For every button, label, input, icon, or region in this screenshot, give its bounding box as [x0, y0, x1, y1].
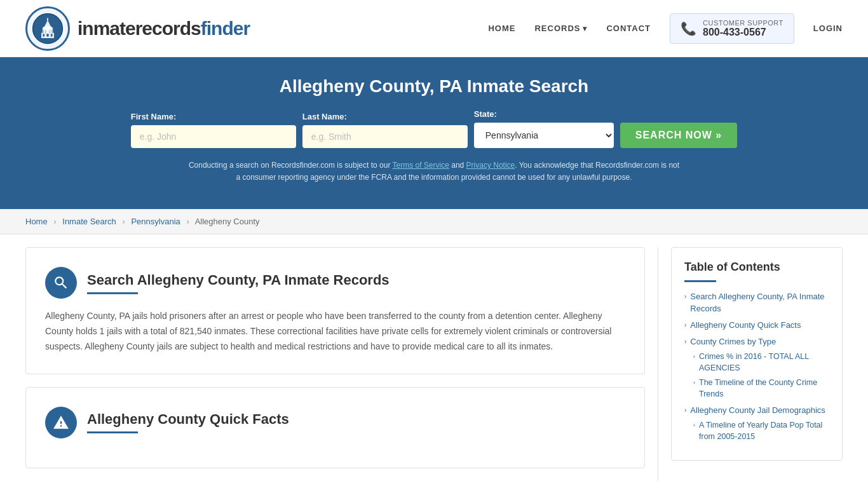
breadcrumb-inmate-search[interactable]: Inmate Search — [62, 217, 116, 226]
breadcrumb-state[interactable]: Pennsylvania — [131, 217, 180, 226]
logo-area[interactable]: inmaterecordsfinder — [25, 6, 250, 51]
toc-link-2[interactable]: › Allegheny County Quick Facts — [684, 320, 829, 331]
toc-subitem-3-1: › Crimes % in 2016 - TOTAL ALL AGENCIES — [693, 351, 829, 374]
chevron-right-icon-6: › — [684, 406, 686, 415]
search-icon-circle — [45, 267, 77, 299]
page-title: Allegheny County, PA Inmate Search — [25, 76, 843, 97]
toc-sublist-3: › Crimes % in 2016 - TOTAL ALL AGENCIES … — [693, 351, 829, 400]
section-quick-facts: Allegheny County Quick Facts — [25, 387, 645, 468]
breadcrumb-sep-2: › — [122, 217, 125, 226]
state-label: State: — [474, 109, 614, 119]
svg-rect-7 — [46, 34, 48, 36]
last-name-group: Last Name: — [302, 112, 468, 148]
sidebar-toc: Table of Contents › Search Allegheny Cou… — [658, 247, 843, 480]
svg-rect-10 — [45, 29, 46, 34]
svg-rect-11 — [50, 29, 51, 34]
warning-icon-circle — [45, 407, 77, 438]
toc-sublink-3-1[interactable]: › Crimes % in 2016 - TOTAL ALL AGENCIES — [693, 351, 829, 374]
chevron-right-icon: › — [684, 292, 686, 301]
chevron-right-icon-5: › — [693, 379, 695, 387]
breadcrumb-sep-1: › — [53, 217, 56, 226]
phone-icon: 📞 — [681, 21, 696, 36]
toc-item-3: › County Crimes by Type › Crimes % in 20… — [684, 336, 829, 400]
chevron-right-icon-4: › — [693, 353, 695, 361]
toc-sublink-4-1[interactable]: › A Timeline of Yearly Data Pop Total fr… — [693, 420, 829, 442]
toc-sublist-4: › A Timeline of Yearly Data Pop Total fr… — [693, 420, 829, 442]
main-content: Search Allegheny County, PA Inmate Recor… — [0, 234, 868, 488]
toc-item-2: › Allegheny County Quick Facts — [684, 320, 829, 331]
toc-subitem-4-1: › A Timeline of Yearly Data Pop Total fr… — [693, 420, 829, 442]
breadcrumb: Home › Inmate Search › Pennsylvania › Al… — [0, 209, 868, 234]
state-group: State: Pennsylvania — [474, 109, 614, 148]
section1-title-block: Search Allegheny County, PA Inmate Recor… — [87, 272, 390, 294]
toc-item-1: › Search Allegheny County, PA Inmate Rec… — [684, 291, 829, 314]
svg-rect-9 — [43, 29, 44, 34]
disclaimer-text: Conducting a search on Recordsfinder.com… — [186, 159, 682, 184]
nav-records[interactable]: RECORDS — [534, 24, 587, 33]
chevron-right-icon-3: › — [684, 337, 686, 346]
toc-link-3[interactable]: › County Crimes by Type — [684, 336, 829, 348]
tos-link[interactable]: Terms of Service — [393, 161, 449, 170]
svg-rect-12 — [52, 29, 53, 34]
support-info: CUSTOMER SUPPORT 800-433-0567 — [703, 19, 783, 38]
toc-subitem-3-2: › The Timeline of the County Crime Trend… — [693, 377, 829, 400]
nav-home[interactable]: HOME — [488, 24, 515, 33]
toc-link-1[interactable]: › Search Allegheny County, PA Inmate Rec… — [684, 291, 829, 314]
main-nav: HOME RECORDS CONTACT 📞 CUSTOMER SUPPORT … — [488, 13, 843, 44]
privacy-link[interactable]: Privacy Notice — [466, 161, 515, 170]
last-name-label: Last Name: — [302, 112, 468, 121]
toc-card: Table of Contents › Search Allegheny Cou… — [671, 247, 843, 461]
first-name-input[interactable] — [131, 125, 296, 148]
first-name-label: First Name: — [131, 112, 296, 121]
search-button[interactable]: SEARCH NOW » — [620, 123, 737, 148]
section2-title-block: Allegheny County Quick Facts — [87, 411, 289, 433]
state-select[interactable]: Pennsylvania — [474, 123, 614, 148]
hero-section: Allegheny County, PA Inmate Search First… — [0, 57, 868, 209]
toc-sublink-3-2[interactable]: › The Timeline of the County Crime Trend… — [693, 377, 829, 400]
section2-title: Allegheny County Quick Facts — [87, 411, 289, 428]
breadcrumb-current: Allegheny County — [195, 217, 260, 226]
toc-item-4: › Allegheny County Jail Demographics › A… — [684, 405, 829, 442]
last-name-input[interactable] — [302, 125, 468, 148]
chevron-right-icon-7: › — [693, 421, 695, 430]
login-button[interactable]: LOGIN — [813, 24, 843, 33]
section-inmate-records: Search Allegheny County, PA Inmate Recor… — [25, 247, 645, 374]
section1-title: Search Allegheny County, PA Inmate Recor… — [87, 272, 390, 288]
site-header: inmaterecordsfinder HOME RECORDS CONTACT… — [0, 0, 868, 57]
search-form: First Name: Last Name: State: Pennsylvan… — [25, 109, 843, 148]
search-icon — [53, 274, 69, 291]
section2-underline — [87, 431, 138, 433]
svg-rect-6 — [43, 34, 45, 36]
section1-header: Search Allegheny County, PA Inmate Recor… — [45, 267, 625, 299]
chevron-right-icon-2: › — [684, 321, 686, 330]
content-left: Search Allegheny County, PA Inmate Recor… — [25, 247, 658, 480]
svg-rect-5 — [47, 18, 48, 20]
breadcrumb-sep-3: › — [186, 217, 189, 226]
section1-underline — [87, 292, 138, 294]
toc-divider — [684, 280, 716, 282]
site-name: inmaterecordsfinder — [78, 18, 250, 39]
logo-icon — [25, 6, 70, 51]
toc-title: Table of Contents — [684, 261, 829, 274]
toc-list: › Search Allegheny County, PA Inmate Rec… — [684, 291, 829, 442]
support-box[interactable]: 📞 CUSTOMER SUPPORT 800-433-0567 — [670, 13, 794, 44]
section2-header: Allegheny County Quick Facts — [45, 407, 625, 438]
toc-link-4[interactable]: › Allegheny County Jail Demographics — [684, 405, 829, 416]
nav-contact[interactable]: CONTACT — [606, 24, 651, 33]
first-name-group: First Name: — [131, 112, 296, 148]
breadcrumb-home[interactable]: Home — [25, 217, 48, 226]
warning-icon — [53, 414, 69, 431]
section1-body: Allegheny County, PA jails hold prisoner… — [45, 309, 625, 354]
svg-rect-8 — [51, 34, 53, 36]
